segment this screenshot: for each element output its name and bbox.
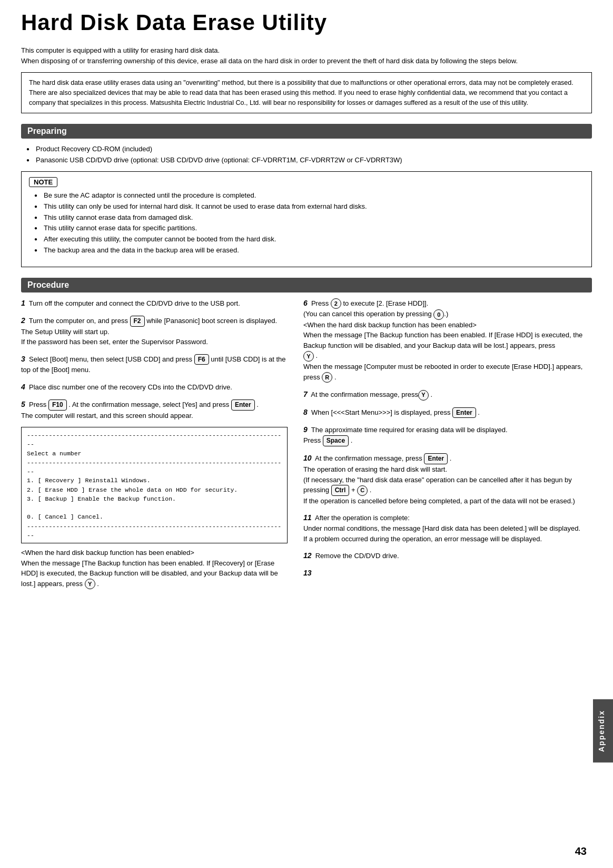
step-num-7: 7 — [303, 390, 308, 398]
screen-dashes-3: ----------------------------------------… — [27, 522, 282, 540]
step-8-text: When [<<<Start Menu>>>] is displayed, pr… — [311, 408, 480, 416]
procedure-header: Procedure — [21, 278, 592, 292]
step-7-text: At the confirmation message, pressY . — [311, 391, 432, 398]
step-num-9: 9 — [303, 425, 308, 434]
step-4: 4 Place disc number one of the recovery … — [21, 382, 288, 393]
step-num-4: 4 — [21, 383, 25, 391]
preparing-header: Preparing — [21, 124, 592, 139]
step-num-5: 5 — [21, 400, 25, 408]
y-key-7: Y — [418, 390, 429, 401]
list-item: This utility cannot erase data from dama… — [34, 212, 584, 223]
list-item: This utility cannot erase data for speci… — [34, 223, 584, 234]
note-list: Be sure the AC adaptor is connected unti… — [29, 190, 584, 256]
list-item: Product Recovery CD-ROM (included) — [26, 144, 592, 155]
step-num-2: 2 — [21, 316, 25, 325]
intro-text: This computer is equipped with a utility… — [21, 45, 592, 66]
key-2: 2 — [331, 298, 341, 309]
procedure-section: Procedure 1 Turn off the computer and co… — [21, 278, 592, 596]
screen-option-blank — [27, 503, 282, 512]
step-10-text: At the confirmation message, press Enter… — [303, 454, 575, 505]
c-key-10: C — [357, 485, 368, 496]
list-item: The backup area and the data in the back… — [34, 245, 584, 256]
screen-dashes-2: ----------------------------------------… — [27, 458, 282, 476]
step-6: 6 Press 2 to execute [2. [Erase HDD]].(Y… — [303, 298, 592, 383]
space-key-9: Space — [323, 435, 349, 446]
step-num-3: 3 — [21, 355, 25, 363]
step-6-text: Press 2 to execute [2. [Erase HDD]].(You… — [303, 299, 582, 381]
step-13: 13 — [303, 568, 592, 579]
f2-key: F2 — [130, 316, 145, 327]
note-box: NOTE Be sure the AC adaptor is connected… — [21, 171, 592, 267]
screen-option-3: 3. [ Backup ] Enable the Backup function… — [27, 494, 282, 503]
y-key-5: Y — [85, 579, 95, 589]
screen-label: Select a number — [27, 449, 282, 458]
right-column: 6 Press 2 to execute [2. [Erase HDD]].(Y… — [303, 298, 592, 596]
step-3-text: Select [Boot] menu, then select [USB CDD… — [21, 355, 286, 374]
list-item: Panasonic USB CD/DVD drive (optional: US… — [26, 155, 592, 166]
key-0: 0 — [433, 309, 444, 320]
step-5-additional-text: <When the hard disk backup function has … — [21, 549, 278, 588]
f6-key: F6 — [194, 354, 209, 365]
screen-option-0: 0. [ Cancel ] Cancel. — [27, 512, 282, 521]
step-3: 3 Select [Boot] menu, then select [USB C… — [21, 354, 288, 375]
step-9: 9 The approximate time required for eras… — [303, 424, 592, 446]
f10-key: F10 — [48, 399, 67, 411]
step-num-1: 1 — [21, 299, 25, 307]
step-4-text: Place disc number one of the recovery CD… — [29, 383, 232, 391]
list-item: Be sure the AC adaptor is connected unti… — [34, 190, 584, 201]
preparing-list: Product Recovery CD-ROM (included) Panas… — [21, 144, 592, 166]
enter-key-5: Enter — [231, 399, 255, 411]
step-num-12: 12 — [303, 551, 312, 560]
step-9-text: The approximate time required for erasin… — [303, 426, 508, 444]
step-12: 12 Remove the CD/DVD drive. — [303, 550, 592, 561]
step-5-text: Press F10 . At the confirmation message,… — [21, 401, 259, 420]
enter-key-10: Enter — [424, 453, 448, 464]
screen-dashes-1: ----------------------------------------… — [27, 431, 282, 449]
list-item: This utility can only be used for intern… — [34, 201, 584, 212]
warning-box: The hard disk data erase utility erases … — [21, 72, 592, 113]
step-5: 5 Press F10 . At the confirmation messag… — [21, 399, 288, 421]
step-5-additional: <When the hard disk backup function has … — [21, 548, 288, 589]
r-key-6: R — [322, 372, 332, 383]
note-label: NOTE — [29, 177, 57, 187]
step-num-10: 10 — [303, 454, 312, 462]
step-1-text: Turn off the computer and connect the CD… — [29, 299, 240, 307]
screen-display: ----------------------------------------… — [21, 427, 288, 543]
ctrl-key-10: Ctrl — [331, 485, 350, 496]
page-number: 43 — [575, 845, 587, 857]
step-num-6: 6 — [303, 299, 308, 307]
step-num-8: 8 — [303, 408, 308, 416]
left-column: 1 Turn off the computer and connect the … — [21, 298, 288, 596]
step-10: 10 At the confirmation message, press En… — [303, 453, 592, 506]
page-title: Hard Disk Data Erase Utility — [21, 11, 592, 35]
step-8: 8 When [<<<Start Menu>>>] is displayed, … — [303, 407, 592, 418]
step-11: 11 After the operation is complete:Under… — [303, 512, 592, 544]
step-num-11: 11 — [303, 513, 312, 522]
list-item: After executing this utility, the comput… — [34, 234, 584, 245]
step-1: 1 Turn off the computer and connect the … — [21, 298, 288, 309]
step-12-text: Remove the CD/DVD drive. — [315, 552, 399, 560]
step-num-13: 13 — [303, 569, 312, 577]
step-2-text: Turn the computer on, and press F2 while… — [21, 317, 277, 346]
step-2: 2 Turn the computer on, and press F2 whi… — [21, 315, 288, 347]
screen-option-2: 2. [ Erase HDD ] Erase the whole data on… — [27, 485, 282, 494]
appendix-tab: Appendix — [593, 699, 613, 763]
two-column-layout: 1 Turn off the computer and connect the … — [21, 298, 592, 596]
step-11-text: After the operation is complete:Under no… — [303, 514, 580, 543]
y-key-6a: Y — [303, 351, 314, 362]
preparing-section: Preparing Product Recovery CD-ROM (inclu… — [21, 124, 592, 267]
enter-key-8: Enter — [452, 407, 476, 418]
screen-option-1: 1. [ Recovery ] Reinstall Windows. — [27, 476, 282, 485]
step-7: 7 At the confirmation message, pressY . — [303, 389, 592, 401]
